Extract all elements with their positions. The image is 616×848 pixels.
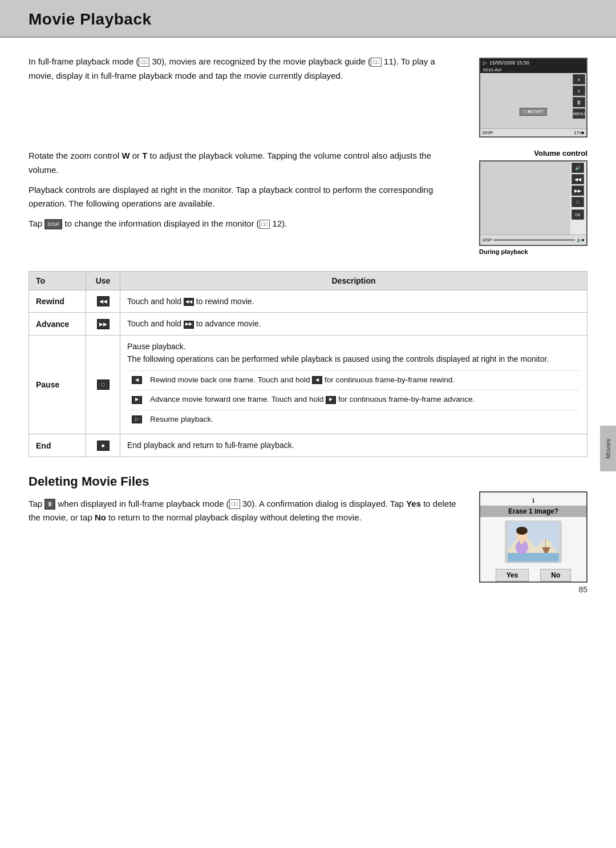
frame-rewind-icon-inline: ◀ [312,376,322,384]
camera-screen-diagram: ▷ 15/05/2009 15:50 0010.AVI ∧ ∨ 🗑 MENU ☆… [479,58,587,138]
table-row: End ■ End playback and return to full-fr… [29,434,587,457]
vol-sound-icon: 🔊 [577,238,582,243]
row-advance-use: ▶▶ [86,313,120,335]
sub-table-row: ▶ Advance movie forward one frame. Touch… [128,390,579,409]
volume-section: Rotate the zoom control W or T to adjust… [29,149,587,260]
play-icon: ▷ [483,60,487,66]
intro-section: In full-frame playback mode (□□ 30), mov… [29,55,587,138]
disp-btn: DISP [44,219,62,230]
row-end-to: End [29,434,86,457]
camera-top-bar: ▷ 15/05/2009 15:50 [480,59,586,67]
camera-screen-image: ▷ 15/05/2009 15:50 0010.AVI ∧ ∨ 🗑 MENU ☆… [479,58,587,138]
row-pause-to: Pause [29,335,86,434]
vol-speaker-btn: 🔊 [572,163,584,173]
frame-advance-icon-inline: ▶ [326,396,336,404]
camera-right-controls: ∧ ∨ 🗑 MENU [573,74,585,119]
camera-filename: 0010.AVI [480,67,586,73]
row-end-use: ■ [86,434,120,457]
pause-icon: □ [97,379,110,390]
resume-icon: ▷ [132,415,142,423]
volume-control-label: Volume control [479,149,587,158]
frame-info: 17c■ [574,130,584,135]
erase-yes-button[interactable]: Yes [496,569,529,582]
row-pause-use: □ [86,335,120,434]
cam-trash-btn: 🗑 [573,97,585,107]
sub-row-rewind-icon: ◀ [128,370,145,389]
volume-screen: 🔊 ◀◀ ▶▶ □ OK DISP 🔊 ■ [479,160,587,246]
sub-table-body: ◀ Rewind movie back one frame. Touch and… [128,370,579,429]
volume-main [480,161,570,245]
trash-btn-inline: 🗑 [44,499,55,510]
cam-menu-btn: MENU [573,108,585,119]
erase-person-image [505,520,562,563]
sub-row-advance-desc: Advance movie forward one frame. Touch a… [147,390,579,409]
volume-controls: 🔊 ◀◀ ▶▶ □ OK [570,161,586,245]
sub-table-row: ◀ Rewind movie back one frame. Touch and… [128,370,579,389]
vol-disp: DISP [483,238,492,242]
ref-30: □□ [139,58,149,67]
row-advance-to: Advance [29,313,86,335]
vol-forward-btn: ▶▶ [572,185,584,196]
rewind-icon-inline: ◀◀ [184,298,194,306]
erase-dialog: ℹ Erase 1 image? [479,491,587,583]
side-tab-label: Movies [605,439,611,459]
cam-up-btn: ∧ [573,74,585,84]
sub-row-rewind-desc: Rewind movie back one frame. Touch and h… [147,370,579,389]
table-row: Rewind ◀◀ Touch and hold ◀◀ to rewind mo… [29,290,587,313]
pause-sub-table: ◀ Rewind movie back one frame. Touch and… [127,369,580,430]
w-label: W [121,151,129,160]
page: Movie Playback In full-frame playback mo… [0,0,616,848]
volume-para2: Playback controls are displayed at right… [29,183,462,212]
disp-label: DISP [483,130,493,135]
col-desc-header: Description [120,272,587,290]
advance-icon-inline: ▶▶ [184,321,194,329]
camera-datetime: 15/05/2009 15:50 [489,60,529,66]
erase-no-button[interactable]: No [540,569,571,582]
col-use-header: Use [86,272,120,290]
erase-buttons: Yes No [496,569,572,582]
side-tab: Movies [600,426,616,471]
intro-text: In full-frame playback mode (□□ 30), mov… [29,55,462,138]
deleting-text: Deleting Movie Files Tap 🗑 when displaye… [29,474,462,583]
volume-body: 🔊 ◀◀ ▶▶ □ OK [480,161,586,245]
ref-11: □□ [371,58,382,67]
volume-text: Rotate the zoom control W or T to adjust… [29,149,462,260]
row-rewind-to: Rewind [29,290,86,313]
camera-bottom-bar: DISP 17c■ [480,128,586,136]
row-advance-desc: Touch and hold ▶▶ to advance movie. [120,313,587,335]
table-body: Rewind ◀◀ Touch and hold ◀◀ to rewind mo… [29,290,587,457]
volume-para3: Tap DISP to change the information displ… [29,217,462,231]
sub-row-advance-icon: ▶ [128,390,145,409]
frame-advance-icon: ▶ [132,396,142,404]
t-label: T [142,151,147,160]
yes-label: Yes [406,499,421,508]
page-number: 85 [578,585,587,594]
no-label: No [95,512,106,522]
deleting-title: Deleting Movie Files [29,474,462,489]
erase-dialog-box: ℹ Erase 1 image? [479,491,587,583]
ref-12: □□ [260,220,270,229]
col-to-header: To [29,272,86,290]
erase-info-icon: ℹ [532,497,534,504]
sub-row-resume-desc: Resume playback. [147,410,579,429]
person-svg [508,522,559,562]
vol-stop-icon: ■ [582,238,584,242]
vol-rewind-btn: ◀◀ [572,174,584,184]
camera-body: ∧ ∨ 🗑 MENU ☆:✱START [480,73,586,128]
end-icon: ■ [97,441,110,451]
playback-table: To Use Description Rewind ◀◀ Touch and h… [29,271,587,457]
volume-para1: Rotate the zoom control W or T to adjust… [29,149,462,177]
svg-point-7 [516,527,528,535]
advance-icon: ▶▶ [97,319,110,329]
cam-down-btn: ∨ [573,86,585,96]
page-title: Movie Playback [29,10,587,29]
vol-ok-row: OK [572,209,585,220]
row-rewind-desc: Touch and hold ◀◀ to rewind movie. [120,290,587,313]
sub-table-row: ▷ Resume playback. [128,410,579,429]
vol-pause-btn: □ [572,197,584,207]
svg-rect-9 [520,540,524,544]
frame-rewind-icon: ◀ [132,376,142,384]
volume-diagram: Volume control 🔊 ◀◀ ▶▶ □ OK [479,149,587,260]
deleting-paragraph: Tap 🗑 when displayed in full-frame playb… [29,497,462,526]
rewind-icon: ◀◀ [97,296,110,306]
